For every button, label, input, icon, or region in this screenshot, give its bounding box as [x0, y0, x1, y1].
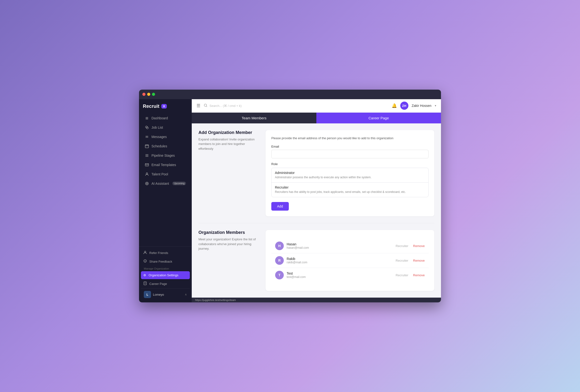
- member-info-rakib: Rakib rakib@mail.com: [287, 257, 396, 264]
- refer-friends-icon: [143, 251, 147, 255]
- member-list: H Hasan hasan@mail.com Recruiter Remove: [271, 236, 429, 285]
- member-row: T Test test@mail.com Recruiter Remove: [271, 268, 429, 282]
- member-name: Test: [287, 271, 396, 275]
- sidebar-item-label: Schedules: [151, 144, 167, 148]
- sidebar-item-ai-assistant[interactable]: AI Assistant Upcoming: [141, 179, 190, 188]
- role-option-administrator[interactable]: Administrator Administrator possess the …: [272, 168, 428, 183]
- role-options: Administrator Administrator possess the …: [271, 168, 429, 197]
- member-role-hasan[interactable]: Recruiter: [396, 244, 408, 248]
- member-role-rakib[interactable]: Recruiter: [396, 259, 408, 262]
- member-avatar-test: T: [275, 271, 284, 279]
- sidebar-item-career-page[interactable]: Career Page: [141, 279, 190, 288]
- maximize-button[interactable]: [152, 93, 155, 96]
- user-avatar: ZH: [400, 102, 408, 110]
- add-member-section: Add Organization Member Expand collabora…: [192, 124, 441, 223]
- user-chevron-icon[interactable]: ▾: [435, 104, 436, 107]
- form-hint: Please provide the email address of the …: [271, 136, 429, 141]
- member-name: Rakib: [287, 257, 396, 261]
- member-avatar-hasan: H: [275, 242, 284, 250]
- role-option-recruiter[interactable]: Recruiter Recruiters has the ability to …: [272, 183, 428, 197]
- sidebar-item-messages[interactable]: ✉ Messages: [141, 132, 190, 141]
- sidebar-item-email-templates[interactable]: Email Templates: [141, 160, 190, 169]
- svg-point-22: [204, 104, 207, 106]
- email-input[interactable]: [271, 150, 429, 158]
- topbar: ☰ Search... (⌘ / cmd + k) 🔔 ZH Zakir Hos…: [192, 99, 441, 113]
- svg-point-13: [145, 251, 146, 253]
- svg-rect-2: [145, 145, 148, 148]
- ai-assistant-icon: [145, 181, 149, 186]
- add-member-left: Add Organization Member Expand collabora…: [198, 130, 266, 216]
- schedules-icon: [145, 144, 149, 148]
- svg-point-11: [145, 182, 148, 185]
- sidebar-item-share-feedback[interactable]: Share Feedback: [141, 257, 190, 266]
- member-email: test@mail.com: [287, 275, 396, 279]
- job-list-icon: [145, 125, 149, 130]
- menu-icon[interactable]: ☰: [196, 103, 200, 108]
- org-name: Lomeyo: [153, 293, 185, 296]
- search-area: Search... (⌘ / cmd + k): [204, 104, 388, 108]
- add-member-title: Add Organization Member: [198, 130, 260, 135]
- add-button[interactable]: Add: [271, 202, 289, 211]
- statusbar-url: https://jugglehire.test/settings/team: [195, 298, 236, 301]
- org-chevron-icon: ∧: [185, 293, 187, 296]
- sidebar-item-label: Refer Friends: [149, 251, 168, 255]
- dashboard-icon: ⊞: [145, 116, 149, 120]
- org-footer[interactable]: L Lomeyo ∧: [141, 288, 190, 300]
- member-row: H Hasan hasan@mail.com Recruiter Remove: [271, 239, 429, 253]
- logo-text: Recruit: [143, 104, 159, 109]
- org-members-card: H Hasan hasan@mail.com Recruiter Remove: [266, 230, 434, 291]
- role-option-name: Recruiter: [275, 185, 425, 189]
- sidebar-item-talent-pool[interactable]: Talent Pool: [141, 170, 190, 179]
- remove-member-test[interactable]: Remove: [413, 273, 425, 277]
- tab-career-page[interactable]: Career Page: [316, 113, 441, 124]
- member-role-test[interactable]: Recruiter: [396, 273, 408, 277]
- org-members-title: Organization Members: [198, 230, 260, 235]
- member-email: rakib@mail.com: [287, 261, 396, 264]
- sidebar-item-refer-friends[interactable]: Refer Friends: [141, 249, 190, 257]
- add-member-description: Expand collaboration! Invite organizatio…: [198, 137, 260, 151]
- email-label: Email: [271, 145, 429, 148]
- sidebar-item-job-list[interactable]: Job List: [141, 123, 190, 132]
- sidebar-item-dashboard[interactable]: ⊞ Dashboard: [141, 114, 190, 123]
- sidebar-item-label: Career Page: [149, 282, 167, 286]
- minimize-button[interactable]: [147, 93, 150, 96]
- org-members-description: Meet your organization! Explore the list…: [198, 237, 260, 251]
- search-placeholder[interactable]: Search... (⌘ / cmd + k): [209, 104, 242, 108]
- sidebar-item-label: Pipeline Stages: [151, 154, 175, 157]
- member-email: hasan@mail.com: [287, 246, 396, 250]
- sidebar-item-label: Job List: [151, 126, 163, 130]
- notification-icon[interactable]: 🔔: [392, 103, 397, 108]
- sidebar-item-schedules[interactable]: Schedules: [141, 142, 190, 151]
- sidebar: Recruit X ⊞ Dashboard Job List ✉ Message…: [139, 99, 192, 302]
- remove-member-hasan[interactable]: Remove: [413, 244, 425, 248]
- member-row: R Rakib rakib@mail.com Recruiter Remove: [271, 253, 429, 268]
- share-feedback-icon: [143, 259, 147, 263]
- main-content: ☰ Search... (⌘ / cmd + k) 🔔 ZH Zakir Hos…: [192, 99, 441, 302]
- email-templates-icon: [145, 163, 149, 167]
- talent-pool-icon: [145, 172, 149, 176]
- sidebar-item-org-settings[interactable]: ⚙ Organization Settings: [141, 271, 190, 279]
- svg-point-16: [145, 262, 145, 262]
- tab-team-members[interactable]: Team Members: [192, 113, 316, 124]
- svg-line-23: [206, 106, 207, 107]
- sidebar-item-label: AI Assistant: [151, 182, 169, 185]
- role-label: Role: [271, 162, 429, 166]
- messages-icon: ✉: [145, 135, 149, 139]
- pipeline-icon: [145, 153, 149, 158]
- user-name: Zakir Hossen: [412, 104, 432, 108]
- sidebar-item-label: Talent Pool: [151, 172, 168, 176]
- role-option-name: Administrator: [275, 171, 425, 175]
- sidebar-item-label: Organization Settings: [148, 273, 178, 277]
- sidebar-item-pipeline-stages[interactable]: Pipeline Stages: [141, 151, 190, 160]
- sidebar-item-label: Share Feedback: [149, 260, 172, 263]
- svg-text:L: L: [146, 293, 148, 296]
- org-logo: L: [144, 291, 151, 298]
- remove-member-rakib[interactable]: Remove: [413, 259, 425, 262]
- statusbar: https://jugglehire.test/settings/team: [192, 298, 441, 302]
- sidebar-item-label: Dashboard: [151, 116, 168, 120]
- close-button[interactable]: [142, 93, 145, 96]
- role-option-desc: Recruiters has the ability to post jobs,…: [275, 190, 425, 194]
- logo-badge: X: [161, 104, 167, 109]
- member-info-test: Test test@mail.com: [287, 271, 396, 279]
- ai-badge: Upcoming: [172, 182, 186, 185]
